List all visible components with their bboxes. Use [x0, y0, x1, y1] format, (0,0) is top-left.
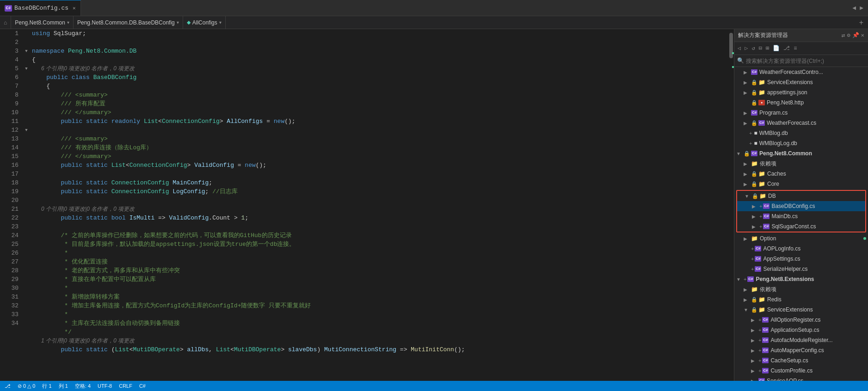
code-line-31: *	[32, 310, 727, 319]
tree-item-weatherforecastcontro[interactable]: ▶ C# WeatherForecastContro...	[734, 67, 868, 77]
segment1-label: Peng.Net8.Common	[15, 19, 65, 26]
tab-close-icon[interactable]: ✕	[73, 5, 76, 11]
tab-bar: C# BaseDBConfig.cs ✕ ◀ ▶	[0, 0, 868, 16]
tree-item-aoploginfo[interactable]: + C# AOPLogInfo.cs	[734, 244, 868, 254]
code-content[interactable]: using SqlSugar; namespace Peng.Net8.Comm…	[30, 29, 727, 381]
code-hint-5: 6 个引用|0 项更改|0 名作者，0 项更改	[32, 64, 727, 73]
toolbar-properties-icon[interactable]: ≡	[792, 44, 798, 53]
solution-tree[interactable]: ▶ C# WeatherForecastContro... ▶ 🔒 📁 Serv…	[734, 67, 868, 381]
tree-item-dependencies2[interactable]: ▶ 📁 依赖项	[734, 284, 868, 294]
expand-arrow-icon: ▶	[744, 80, 751, 85]
tree-item-autofacmoduleregister[interactable]: ▶ + C# AutofacModuleRegister...	[734, 335, 868, 345]
tree-item-automapperconfig[interactable]: ▶ + C# AutoMapperConfig.cs	[734, 345, 868, 355]
breadcrumb-segment3[interactable]: ◆ AllConfigs ▾	[183, 16, 226, 29]
tree-item-basedbconfig[interactable]: ▶ + C# BaseDBConfig.cs	[737, 201, 865, 211]
add-editor-button[interactable]: +	[855, 18, 868, 27]
plus-icon6: +	[751, 256, 754, 262]
tree-item-maindb[interactable]: ▶ + C# MainDb.cs	[737, 211, 865, 221]
tree-item-cachesetup[interactable]: ▶ + C# CacheSetup.cs	[734, 355, 868, 366]
pin-icon[interactable]: 📌	[852, 32, 859, 39]
tree-label: ServiceExtensions	[767, 79, 813, 86]
toolbar-collapse-icon[interactable]: ⊟	[757, 44, 763, 53]
file-tab-basedbconfig[interactable]: C# BaseDBConfig.cs ✕	[0, 0, 81, 16]
code-line-30: * 增加主库备用连接，配置方式为ConfigId为主库的ConfigId+随便数…	[32, 301, 727, 310]
tree-item-serviceextensions2[interactable]: ▼ 🔒 📁 ServiceExtensions	[734, 305, 868, 315]
code-line-12: /// <summary>	[32, 134, 727, 143]
db-icon2: ■	[754, 140, 757, 147]
scrollbar-thumb[interactable]	[729, 33, 733, 58]
code-line-29: * 新增故障转移方案	[32, 293, 727, 301]
cs-icon4: C#	[763, 203, 770, 209]
tree-item-appsettings[interactable]: ▶ 🔒 📁 appsettings.json	[734, 87, 868, 98]
expand-arrow-icon: ▶	[751, 348, 758, 353]
code-editor[interactable]: 1 2 3 4 5 6 7 8 9 10 11 12 13 14 15 16 1…	[0, 29, 734, 381]
tree-item-caches[interactable]: ▶ 🔒 📁 Caches	[734, 169, 868, 179]
tree-item-sqlsugarconst[interactable]: ▶ + C# SqlSugarConst.cs	[737, 221, 865, 232]
cs-icon14: C#	[762, 348, 769, 353]
status-encoding: UTF-8	[98, 383, 112, 389]
tree-item-customprofile[interactable]: ▶ + C# CustomProfile.cs	[734, 366, 868, 376]
scrollbar-track	[727, 29, 734, 381]
expand-arrow-icon: ▶	[744, 121, 751, 126]
code-line-7: /// <summary>	[32, 91, 727, 99]
toolbar-show-files-icon[interactable]: 📄	[771, 44, 781, 53]
tree-item-alloptionregister[interactable]: ▶ + C# AllOptionRegister.cs	[734, 315, 868, 325]
nav-home-icon: ⌂	[0, 16, 11, 29]
plus-icon2: +	[759, 203, 762, 209]
tree-label: ApplicationSetup.cs	[770, 327, 819, 333]
toolbar-filter-icon[interactable]: ⊞	[764, 44, 770, 53]
cs-icon: C#	[751, 110, 757, 116]
tree-item-core[interactable]: ▶ 🔒 📁 Core	[734, 179, 868, 189]
tree-item-serializehelper[interactable]: + C# SerializeHelper.cs	[734, 264, 868, 274]
breadcrumb-segment2[interactable]: Peng.Net8.Common.DB.BaseDBConfig ▾	[74, 16, 183, 29]
expand-arrow-icon: ▶	[751, 328, 758, 333]
tree-item-redis[interactable]: ▶ 🔒 📁 Redis	[734, 294, 868, 305]
toolbar-back-icon[interactable]: ◁	[736, 44, 742, 53]
tree-item-dependencies[interactable]: ▶ 📁 依赖项	[734, 159, 868, 169]
tree-item-peng-net8-extensions[interactable]: ▼ + C# Peng.Net8.Extensions	[734, 274, 868, 284]
tree-item-program[interactable]: ▶ C# Program.cs	[734, 108, 868, 118]
db-icon: ■	[754, 130, 757, 136]
folder-icon3: 📁	[751, 160, 758, 167]
breadcrumb-segment1[interactable]: Peng.Net8.Common ▾	[11, 16, 74, 29]
editor-scrollbar[interactable]	[727, 29, 734, 381]
tree-item-peng-net8-http[interactable]: 🔒 ● Peng.Net8.http	[734, 98, 868, 108]
tree-item-serviceextensions-top[interactable]: ▶ 🔒 📁 ServiceExtensions	[734, 77, 868, 87]
sync-icon[interactable]: ⇄	[842, 32, 845, 39]
plus-icon5: +	[751, 246, 754, 251]
plus-icon7: +	[751, 266, 754, 272]
expand-arrow-icon: ▶	[744, 297, 751, 302]
scroll-left-icon[interactable]: ◀	[852, 4, 856, 12]
tree-item-weatherforecast-cs[interactable]: ▶ 🔒 C# WeatherForecast.cs	[734, 118, 868, 128]
tree-label: SqlSugarConst.cs	[771, 223, 816, 230]
toolbar-refresh-icon[interactable]: ↺	[750, 44, 756, 53]
settings-icon[interactable]: ⚙	[847, 32, 850, 39]
expand-arrow-icon: ▶	[751, 358, 758, 363]
search-input[interactable]	[746, 58, 865, 64]
lock-icon: 🔒	[751, 120, 757, 126]
expand-arrow-icon: ▶	[744, 287, 751, 292]
chevron-right-icon: ▾	[67, 20, 69, 25]
scroll-right-icon[interactable]: ▶	[860, 4, 863, 12]
breadcrumb-bar: ⌂ Peng.Net8.Common ▾ Peng.Net8.Common.DB…	[0, 16, 868, 29]
tree-item-serviceaop[interactable]: ▶ C# ServiceAOP.cs	[734, 376, 868, 381]
tree-item-applicationsetup[interactable]: ▶ + C# ApplicationSetup.cs	[734, 325, 868, 335]
status-line: 行 1	[42, 383, 51, 390]
code-line-27: * 直接在单个配置中可以配置从库	[32, 275, 727, 284]
solution-toolbar: ◁ ▷ ↺ ⊟ ⊞ 📄 ⎇ ≡	[734, 42, 868, 55]
tree-item-db-folder[interactable]: ▼ 🔒 📁 DB	[737, 191, 865, 201]
plus-icon9: +	[758, 317, 761, 323]
expand-arrow-icon: ▶	[744, 236, 751, 241]
close-panel-icon[interactable]: ✕	[861, 32, 864, 39]
tree-label: WeatherForecastContro...	[759, 69, 823, 75]
tree-item-wmblog-db[interactable]: + ■ WMBlog.db	[734, 128, 868, 138]
tree-item-wmbloglog-db[interactable]: + ■ WMBlogLog.db	[734, 138, 868, 148]
toolbar-forward-icon[interactable]: ▷	[743, 44, 749, 53]
tree-item-peng-net8-common[interactable]: ▼ 🔒 C# Peng.Net8.Common	[734, 148, 868, 159]
cs-file-icon: C#	[751, 69, 757, 75]
lock-icon: 🔒	[744, 151, 750, 157]
tree-item-option-folder[interactable]: ▶ 📁 Option	[734, 233, 868, 244]
toolbar-git-icon[interactable]: ⎇	[782, 44, 791, 53]
tree-label: 依赖项	[760, 286, 776, 293]
tree-item-appsettings-cs[interactable]: + C# AppSettings.cs	[734, 254, 868, 264]
